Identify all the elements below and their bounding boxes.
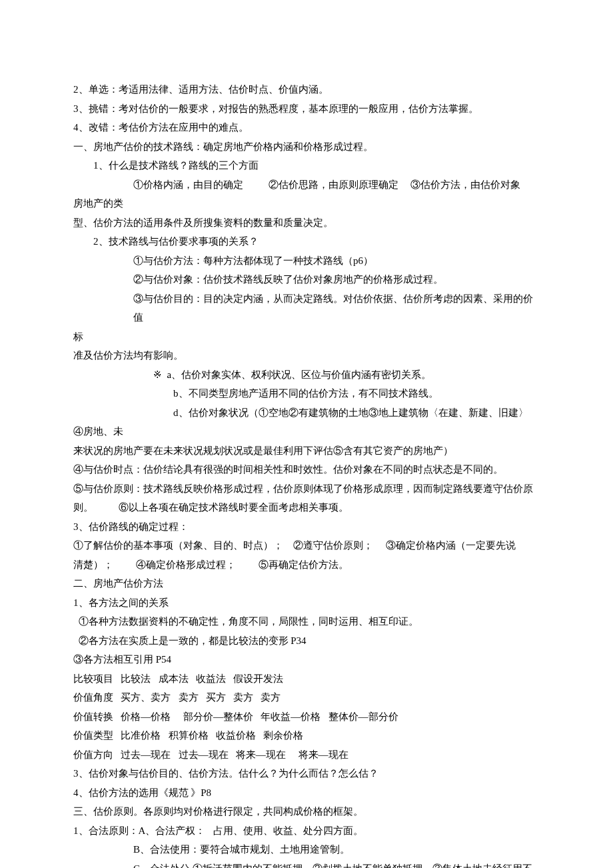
text-line: 4、改错：考估价方法在应用中的难点。	[73, 118, 540, 137]
text-line: ⑤与估价原则：技术路线反映价格形成过程，估价原则体现了价格形成原理，因而制定路线…	[73, 479, 540, 499]
text-line: 2、单选：考适用法律、适用方法、估价时点、价值内涵。	[73, 80, 540, 99]
text-line: 4、估价方法的选用《规范 》P8	[73, 783, 540, 803]
text-line: 价值转换 价格—价格 部分价—整体价 年收益—价格 整体价—部分价	[73, 707, 540, 727]
text-line: ①价格内涵，由目的确定 ②估价思路，由原则原理确定 ③估价方法，由估价对象	[73, 175, 540, 195]
document-body: 2、单选：考适用法律、适用方法、估价时点、价值内涵。3、挑错：考对估价的一般要求…	[73, 80, 540, 868]
text-line: 二、房地产估价方法	[73, 574, 540, 593]
text-line: ②与估价对象：估价技术路线反映了估价对象房地产的价格形成过程。	[73, 270, 540, 289]
text-line: 3、估价对象与估价目的、估价方法。估什么？为什么而估？怎么估？	[73, 764, 540, 783]
text-line: B、合法使用：要符合城市规划、土地用途管制。	[73, 840, 540, 859]
text-line: b、不同类型房地产适用不同的估价方法，有不同技术路线。	[73, 384, 540, 403]
text-line: 价值方向 过去—现在 过去—现在 将来—现在 将来—现在	[73, 745, 540, 765]
text-line: 1、什么是技术路线？路线的三个方面	[73, 156, 540, 175]
text-line: ※ a、估价对象实体、权利状况、区位与价值内涵有密切关系。	[73, 365, 540, 385]
text-line: 准及估价方法均有影响。	[73, 346, 540, 365]
text-line: 一、房地产估价的技术路线：确定房地产价格内涵和价格形成过程。	[73, 137, 540, 157]
text-line: ②各方法在实质上是一致的，都是比较法的变形 P34	[73, 631, 540, 651]
text-line: 型、估价方法的适用条件及所搜集资料的数量和质量决定。	[73, 213, 540, 233]
text-line: 价值角度 买方、卖方 卖方 买方 卖方 卖方	[73, 688, 540, 707]
text-line: 三、估价原则。各原则均对价格进行限定，共同构成价格的框架。	[73, 802, 540, 821]
text-line: 比较项目 比较法 成本法 收益法 假设开发法	[73, 669, 540, 689]
text-line: 来状况的房地产要在未来状况规划状况或是最佳利用下评估⑤含有其它资产的房地产）	[73, 441, 540, 461]
text-line: ④与估价时点：估价结论具有很强的时间相关性和时效性。估价对象在不同的时点状态是不…	[73, 460, 540, 479]
text-line: 房地产的类	[73, 194, 540, 213]
text-line: 3、估价路线的确定过程：	[73, 517, 540, 537]
text-line: C、合法处分 ①拆迁范围内的不能抵押。②划拨土地不能单独抵押。③集体土地未经征用…	[73, 859, 540, 869]
text-line: ①与估价方法：每种方法都体现了一种技术路线（p6）	[73, 251, 540, 271]
text-line: d、估价对象状况（①空地②有建筑物的土地③地上建筑物〈在建、新建、旧建〉	[73, 403, 540, 423]
text-line: 标	[73, 327, 540, 347]
text-line: 价值类型 比准价格 积算价格 收益价格 剩余价格	[73, 726, 540, 745]
text-line: ③各方法相互引用 P54	[73, 650, 540, 669]
text-line: ①了解估价的基本事项（对象、目的、时点）； ②遵守估价原则； ③确定价格内涵（一…	[73, 536, 540, 555]
text-line: 1、合法原则：A、合法产权： 占用、使用、收益、处分四方面。	[73, 821, 540, 841]
text-line: ③与估价目的：目的决定内涵，从而决定路线。对估价依据、估价所考虑的因素、采用的价…	[73, 289, 540, 327]
text-line: 2、技术路线与估价要求事项的关系？	[73, 232, 540, 251]
text-line: 则。 ⑥以上各项在确定技术路线时要全面考虑相关事项。	[73, 498, 540, 517]
text-line: ④房地、未	[73, 422, 540, 441]
text-line: ①各种方法数据资料的不确定性，角度不同，局限性，同时运用、相互印证。	[73, 612, 540, 631]
text-line: 3、挑错：考对估价的一般要求，对报告的熟悉程度，基本原理的一般应用，估价方法掌握…	[73, 99, 540, 119]
text-line: 1、各方法之间的关系	[73, 593, 540, 613]
text-line: 清楚）； ④确定价格形成过程； ⑤再确定估价方法。	[73, 555, 540, 575]
